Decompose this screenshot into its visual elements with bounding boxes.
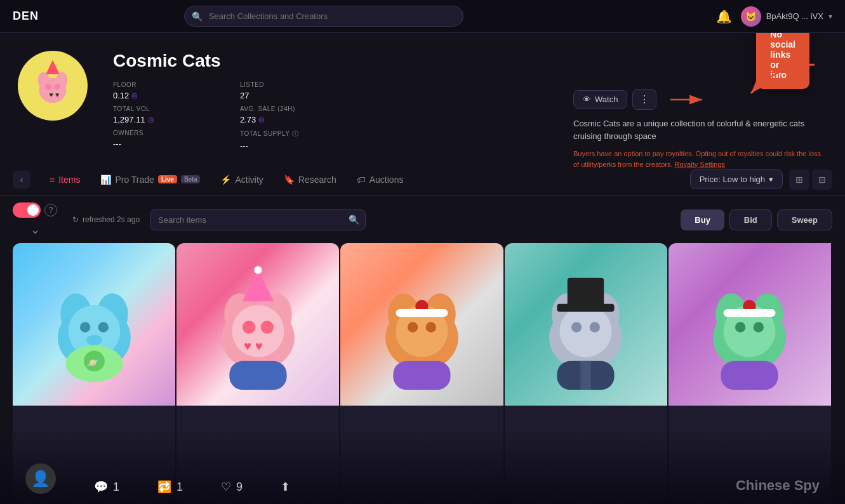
search-icon: 🔍	[349, 215, 359, 225]
stat-listed-label: LISTED	[240, 81, 367, 88]
beta-badge: Beta	[181, 175, 201, 183]
stat-total-vol: TOTAL VOL 1,297.11 ◎	[113, 105, 240, 124]
notification-icon[interactable]: 🔔	[716, 9, 732, 24]
search-input[interactable]	[184, 6, 463, 27]
grid-view-button[interactable]: ⊞	[789, 169, 809, 190]
royalty-settings-link[interactable]: Royalty Settings	[675, 161, 725, 168]
like-count: 9	[236, 481, 243, 494]
user-menu[interactable]: 🐱 BpAkt9Q ... iVX ▾	[741, 6, 832, 27]
svg-point-60	[754, 322, 764, 332]
comment-icon: 💬	[94, 480, 108, 494]
buy-button[interactable]: Buy	[681, 209, 724, 230]
tab-activity-label: Activity	[235, 175, 263, 185]
research-icon: 🔖	[284, 175, 295, 185]
bottom-stat-retweet: 🔁 1	[157, 480, 183, 494]
chevron-down-icon[interactable]: ⌄	[30, 223, 40, 237]
svg-text:♥ ♥: ♥ ♥	[244, 338, 263, 353]
stat-supply-label: TOTAL SUPPLY ⓘ	[240, 129, 367, 138]
sidebar-toggle[interactable]: ‹	[13, 171, 30, 189]
global-search: 🔍	[184, 6, 463, 27]
tab-research-label: Research	[298, 175, 336, 185]
bottom-avatar: 👤	[25, 463, 56, 494]
items-search-input[interactable]	[150, 209, 366, 230]
activity-icon: ⚡	[220, 175, 231, 185]
top-navigation: DEN 🔍 🔔 🐱 BpAkt9Q ... iVX ▾	[0, 0, 845, 33]
stat-supply: TOTAL SUPPLY ⓘ ---	[240, 129, 367, 150]
nav-right: 🔔 🐱 BpAkt9Q ... iVX ▾	[716, 6, 832, 27]
svg-point-39	[426, 322, 436, 332]
sweep-button[interactable]: Sweep	[777, 209, 832, 230]
stat-vol-label: TOTAL VOL	[113, 105, 240, 112]
like-icon: ♡	[221, 480, 231, 494]
tab-auctions[interactable]: 🏷 Auctions	[348, 169, 413, 190]
tab-items[interactable]: ≡ Items	[41, 169, 89, 190]
svg-point-47	[560, 305, 612, 357]
svg-point-31	[254, 266, 262, 274]
royalty-notice: Buyers have an option to pay royalties. …	[573, 149, 827, 169]
items-toolbar: ? ⌄ ↻ refreshed 2s ago 🔍 Buy Bid Sweep	[0, 196, 845, 243]
avatar: 🐱	[741, 6, 761, 27]
refresh-button[interactable]: ↻ refreshed 2s ago	[72, 215, 140, 224]
tab-activity[interactable]: ⚡ Activity	[211, 169, 272, 190]
nft-image-2: ♥ ♥	[193, 260, 323, 390]
help-icon[interactable]: ?	[44, 204, 57, 216]
nft-image-1: 🪐	[29, 260, 159, 390]
compact-view-button[interactable]: ⊟	[812, 169, 832, 190]
svg-point-48	[571, 322, 582, 332]
svg-point-59	[735, 322, 745, 332]
watch-arrow	[664, 90, 715, 109]
svg-rect-42	[393, 361, 450, 389]
stat-floor: FLOOR 0.12 ◎	[113, 81, 240, 100]
svg-point-5	[45, 84, 51, 90]
username: BpAkt9Q ... iVX	[766, 11, 823, 21]
stat-avg-sale: AVG. SALE (24h) 2.73 ◎	[240, 105, 367, 124]
sort-dropdown[interactable]: Price: Low to high ▾	[690, 169, 783, 189]
stat-listed: LISTED 27	[240, 81, 367, 100]
svg-rect-63	[721, 361, 778, 389]
svg-rect-32	[229, 361, 286, 389]
svg-rect-41	[396, 309, 448, 317]
sort-chevron-icon: ▾	[769, 175, 773, 184]
tab-auctions-label: Auctions	[369, 175, 404, 185]
pro-trade-icon: 📊	[100, 175, 111, 185]
filter-toggle[interactable]	[13, 202, 41, 218]
stat-listed-value: 27	[240, 91, 367, 100]
svg-rect-62	[724, 309, 776, 317]
svg-point-6	[55, 84, 60, 90]
tab-items-label: Items	[58, 175, 80, 185]
svg-point-28	[260, 321, 273, 333]
stat-owners-value: ---	[113, 139, 240, 149]
stat-supply-value: ---	[240, 141, 367, 150]
tab-pro-trade[interactable]: 📊 Pro Trade Live Beta	[91, 169, 209, 190]
more-button[interactable]: ⋮	[632, 89, 656, 110]
bid-button[interactable]: Bid	[729, 209, 772, 230]
share-icon: ⬆	[281, 480, 290, 494]
stat-avg-label: AVG. SALE (24h)	[240, 105, 367, 112]
tabs-right: Price: Low to high ▾ ⊞ ⊟	[690, 169, 832, 190]
stat-owners-label: OWNERS	[113, 129, 240, 136]
svg-rect-53	[580, 361, 590, 389]
view-toggle: ⊞ ⊟	[789, 169, 832, 190]
comment-count: 1	[113, 481, 119, 494]
stat-floor-label: FLOOR	[113, 81, 240, 88]
svg-text:🪐: 🪐	[86, 356, 100, 369]
items-icon: ≡	[50, 175, 55, 185]
stat-floor-value: 0.12 ◎	[113, 91, 240, 100]
bottom-right-text: Chinese Spy	[736, 477, 820, 494]
svg-point-16	[80, 322, 90, 332]
bottom-stat-likes: ♡ 9	[221, 480, 243, 494]
avatar-image: ♥ ♥	[24, 57, 81, 114]
svg-point-18	[86, 335, 102, 345]
nft-image-3	[357, 260, 487, 390]
collection-header: No social links or info ♥ ♥	[0, 33, 845, 163]
collection-description: Cosmic Cats are a unique collection of c…	[573, 117, 827, 142]
live-badge: Live	[158, 175, 177, 183]
watch-icon: 👁	[583, 95, 591, 104]
stat-vol-value: 1,297.11 ◎	[113, 115, 240, 124]
svg-point-17	[98, 322, 108, 332]
bottom-overlay: 👤 💬 1 🔁 1 ♡ 9 ⬆ Chinese Spy	[0, 428, 845, 504]
watch-button[interactable]: 👁 Watch	[573, 90, 627, 109]
chevron-down-icon: ▾	[828, 12, 832, 21]
tab-research[interactable]: 🔖 Research	[275, 169, 345, 190]
search-icon: 🔍	[192, 11, 203, 22]
